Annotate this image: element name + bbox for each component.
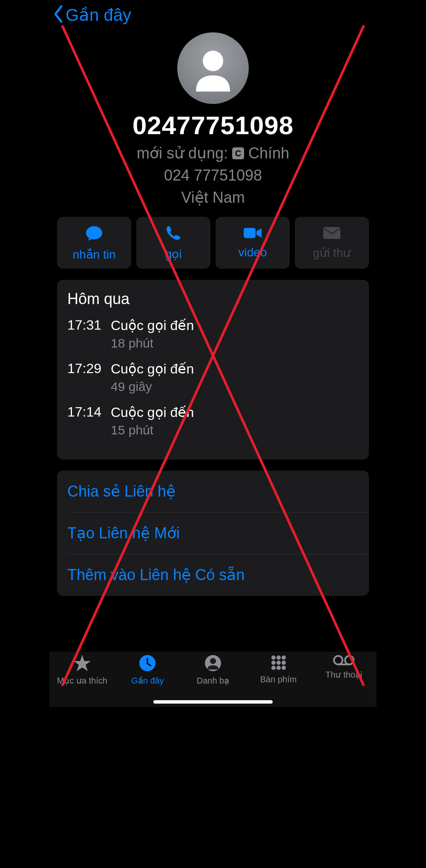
mail-icon <box>322 226 341 241</box>
person-circle-icon <box>204 654 222 674</box>
svg-point-6 <box>271 655 276 660</box>
nav-bar: Gần đây <box>49 0 377 28</box>
svg-point-15 <box>334 656 343 664</box>
svg-rect-2 <box>323 227 340 239</box>
call-duration: 49 giây <box>111 379 194 394</box>
recently-used-prefix: mới sử dụng: <box>137 144 228 162</box>
call-history-row: 17:31 Cuộc gọi đến 18 phút <box>67 317 359 358</box>
tab-keypad[interactable]: Bàn phím <box>246 654 311 684</box>
tab-voicemail[interactable]: Thư thoại <box>311 654 377 680</box>
svg-point-14 <box>282 666 286 670</box>
call-history-row: 17:14 Cuộc gọi đến 15 phút <box>67 404 359 445</box>
tab-contacts[interactable]: Danh bạ <box>180 654 246 686</box>
call-history-row: 17:29 Cuộc gọi đến 49 giây <box>67 361 359 402</box>
sim-badge-icon: C <box>232 147 244 159</box>
avatar-placeholder <box>177 32 249 104</box>
call-type: Cuộc gọi đến <box>111 317 194 333</box>
region-label: Việt Nam <box>181 189 245 207</box>
tab-label: Gần đây <box>131 675 164 686</box>
back-chevron-icon[interactable] <box>53 5 64 25</box>
mail-button-label: gửi thư <box>313 246 351 260</box>
clock-icon <box>138 654 156 674</box>
tab-bar: Mục ưa thích Gần đây Danh bạ Bàn phím <box>49 652 377 707</box>
sim-name: Chính <box>248 144 289 162</box>
call-history-panel: Hôm qua 17:31 Cuộc gọi đến 18 phút 17:29… <box>57 280 369 460</box>
keypad-icon <box>270 654 287 673</box>
svg-point-7 <box>276 655 281 660</box>
svg-point-8 <box>282 655 286 660</box>
person-silhouette-icon <box>190 45 236 92</box>
svg-point-16 <box>345 656 354 664</box>
contact-options-panel: Chia sẻ Liên hệ Tạo Liên hệ Mới Thêm vào… <box>57 471 369 596</box>
add-to-existing-contact-option[interactable]: Thêm vào Liên hệ Có sẵn <box>57 554 369 596</box>
tab-label: Danh bạ <box>197 675 230 686</box>
call-type: Cuộc gọi đến <box>111 404 194 420</box>
call-duration: 18 phút <box>111 336 194 351</box>
create-contact-option[interactable]: Tạo Liên hệ Mới <box>57 512 369 554</box>
svg-point-13 <box>276 666 281 670</box>
home-indicator[interactable] <box>153 700 273 704</box>
share-contact-option[interactable]: Chia sẻ Liên hệ <box>57 471 369 512</box>
back-button-label[interactable]: Gần đây <box>66 5 131 25</box>
tab-label: Bàn phím <box>260 675 297 684</box>
message-button[interactable]: nhắn tin <box>57 217 131 269</box>
phone-icon <box>165 225 181 243</box>
recently-used-line: mới sử dụng: C Chính <box>137 144 289 162</box>
video-icon <box>243 226 262 241</box>
svg-point-9 <box>271 661 276 665</box>
svg-point-10 <box>276 661 281 665</box>
call-time: 17:29 <box>67 361 103 402</box>
phone-number-title: 02477751098 <box>132 111 294 140</box>
call-duration: 15 phút <box>111 423 194 437</box>
call-type: Cuộc gọi đến <box>111 361 194 377</box>
action-buttons-row: nhắn tin gọi video gửi thư <box>49 207 377 273</box>
tab-label: Thư thoại <box>325 670 362 680</box>
svg-point-5 <box>210 658 216 664</box>
call-time: 17:31 <box>67 317 103 358</box>
phone-number-formatted: 024 77751098 <box>164 167 262 184</box>
history-section-title: Hôm qua <box>67 290 359 308</box>
message-button-label: nhắn tin <box>72 247 115 262</box>
mail-button: gửi thư <box>295 217 369 269</box>
contact-header: 02477751098 mới sử dụng: C Chính 024 777… <box>49 32 377 207</box>
phone-contact-detail-screen: Gần đây 02477751098 mới sử dụng: C Chính… <box>49 0 377 707</box>
tab-recents[interactable]: Gần đây <box>115 654 181 686</box>
svg-point-11 <box>282 661 286 665</box>
call-time: 17:14 <box>67 404 103 445</box>
call-button[interactable]: gọi <box>136 217 210 269</box>
call-button-label: gọi <box>165 247 182 261</box>
voicemail-icon <box>333 654 355 668</box>
star-icon <box>73 654 92 674</box>
tab-label: Mục ưa thích <box>57 675 107 686</box>
svg-point-12 <box>271 666 276 670</box>
video-button[interactable]: video <box>216 217 290 269</box>
svg-point-0 <box>203 51 223 71</box>
message-icon <box>85 224 103 243</box>
svg-rect-1 <box>244 228 256 238</box>
tab-favorites[interactable]: Mục ưa thích <box>49 654 115 686</box>
video-button-label: video <box>239 246 267 259</box>
